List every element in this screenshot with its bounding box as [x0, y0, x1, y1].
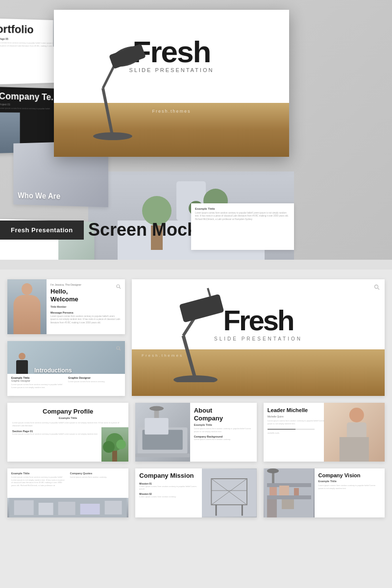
row-1-layout: I'm Jessica, The Designer Hello,Welcome …	[7, 279, 385, 396]
example-tittle-mini-slide[interactable]: Example Tittle Lorem ipsum comes form se…	[191, 203, 294, 250]
intro-col1-name: Graphic Designer	[11, 379, 64, 382]
et-text: Lorem ipsum comes form section contrary …	[11, 476, 66, 487]
about-text: Lorem ipsum comes form section contrary …	[194, 427, 253, 433]
intro-col1-text: Lorem ipsum comes form section contrary …	[11, 383, 64, 389]
vision-subtitle: Example Tittle	[318, 480, 381, 483]
main-fresh-slide[interactable]: Fresh Slide Presentation Fresh.themes	[54, 10, 289, 157]
slide-company-profile-bottom[interactable]: Company Profile Example Tittle Lorem ips…	[7, 403, 128, 462]
intro-col2: Graphic Designer Lorem ipsum comes form …	[68, 376, 121, 393]
svg-point-15	[117, 285, 120, 288]
vision-title: Company Vision	[318, 472, 381, 478]
row-2-layout: Company Profile Example Tittle Lorem ips…	[7, 403, 385, 462]
mission-img-side	[202, 468, 256, 517]
svg-line-0	[103, 88, 113, 137]
et-right: Company Quotes Lorem ipsum comes form se…	[70, 472, 125, 494]
leader-title: Leader Michelle	[268, 407, 326, 414]
fresh-main-search-icon[interactable]	[374, 283, 380, 292]
company-profile-title: Company Profile	[12, 408, 123, 415]
slide-about-company[interactable]: AboutCompany Example Tittle Lorem ipsum …	[135, 403, 256, 462]
hello-message-label: Message Persona	[50, 311, 121, 314]
about-company-bg-text: Lorem ipsum comes form section contrary.	[194, 438, 253, 441]
about-content: AboutCompany Example Tittle Lorem ipsum …	[190, 403, 257, 462]
svg-point-17	[117, 346, 120, 349]
about-title: AboutCompany	[194, 407, 253, 422]
mission-item2-text: Lorem ipsum comes form section contrary.	[139, 495, 198, 498]
et-sub-text: Lorem ipsum comes form section contrary.	[70, 476, 125, 479]
company-profile-content: Company Profile Example Tittle Lorem ips…	[7, 403, 128, 462]
svg-rect-58	[267, 499, 277, 517]
fresh-main-logo: Fresh Slide Presentation	[132, 279, 385, 342]
leader-person-bg	[324, 403, 385, 462]
et-left: Example Tittle Lorem ipsum comes form se…	[11, 472, 66, 494]
svg-line-20	[378, 288, 379, 290]
intro-label: Introductions	[34, 367, 72, 374]
mission-title: Company Mission	[139, 472, 198, 479]
svg-rect-32	[135, 454, 190, 458]
svg-point-28	[103, 441, 115, 453]
slide-hello-welcome[interactable]: I'm Jessica, The Designer Hello,Welcome …	[7, 279, 125, 334]
company-quotes-label: Company Quotes	[70, 472, 125, 475]
example-tittle-mini-label: Example Tittle	[195, 207, 290, 210]
svg-rect-41	[39, 503, 53, 515]
svg-rect-44	[105, 501, 122, 514]
intro-person	[15, 353, 29, 375]
company-profile-subtitle: Example Tittle	[12, 416, 123, 419]
svg-rect-57	[294, 488, 299, 495]
svg-rect-40	[14, 500, 34, 515]
mission-content: Company Mission Mission 01 Lorem ipsum c…	[135, 468, 202, 517]
vision-img-side	[264, 468, 315, 517]
svg-rect-59	[282, 499, 294, 509]
fresh-presentation-button[interactable]: Fresh Presentation	[0, 220, 84, 240]
slide-company-mission[interactable]: Company Mission Mission 01 Lorem ipsum c…	[135, 468, 256, 517]
svg-line-21	[183, 336, 196, 380]
svg-rect-42	[58, 502, 75, 515]
vision-text: Lorem ipsum comes form section contrary …	[318, 484, 381, 490]
left-col-slides: I'm Jessica, The Designer Hello,Welcome …	[7, 279, 125, 396]
svg-line-16	[120, 288, 121, 289]
hello-search-icon[interactable]	[116, 282, 121, 291]
svg-rect-54	[267, 495, 311, 499]
who-we-are-title: Who We Are	[18, 192, 60, 201]
hello-title: Hello,Welcome	[50, 288, 121, 303]
fresh-main-sub: Slide Presentation	[132, 336, 385, 342]
intro-content-bar: Example Tittle Graphic Designer Lorem ip…	[7, 374, 125, 396]
vision-content: Company Vision Example Tittle Lorem ipsu…	[315, 468, 385, 517]
svg-point-24	[173, 375, 218, 382]
svg-rect-55	[270, 487, 277, 495]
hello-name-label: I'm Jessica, The Designer	[50, 283, 121, 286]
fresh-main-text: Fresh	[132, 306, 385, 335]
hello-subtitle: Tittle Member	[50, 305, 121, 308]
slide-fresh-main[interactable]: Fresh Slide Presentation Fresh.themes	[132, 279, 385, 396]
slide-company-vision[interactable]: Company Vision Example Tittle Lorem ipsu…	[264, 468, 385, 517]
intro-col2-title: Graphic Designer	[68, 376, 121, 379]
main-content-area: I'm Jessica, The Designer Hello,Welcome …	[0, 270, 392, 534]
about-subtitle: Example Tittle	[194, 423, 253, 426]
about-img-side	[135, 403, 190, 462]
slide-leader-michelle[interactable]: Leader Michelle Michelle Quinn Lorem ips…	[264, 403, 385, 462]
leader-text: Lorem ipsum comes form section contrary …	[268, 419, 326, 425]
svg-point-61	[267, 468, 279, 473]
svg-point-4	[93, 132, 132, 140]
intro-search-icon[interactable]	[116, 344, 121, 353]
svg-rect-43	[80, 504, 100, 514]
et-label: Example Tittle	[11, 472, 66, 475]
slide-introductions[interactable]: Introductions Example Tittle Graphic Des…	[7, 341, 125, 396]
leader-progress-bg	[268, 429, 315, 430]
svg-point-35	[149, 406, 164, 411]
et-bottom-img	[7, 498, 128, 517]
svg-rect-45	[202, 469, 256, 517]
leader-role: michelle.tools	[268, 432, 326, 434]
hello-content: I'm Jessica, The Designer Hello,Welcome …	[47, 279, 125, 334]
svg-rect-56	[279, 486, 289, 495]
section-divider	[0, 260, 392, 270]
intro-col1: Example Tittle Graphic Designer Lorem ip…	[11, 376, 64, 393]
svg-rect-33	[145, 418, 169, 435]
leader-progress-fill	[268, 429, 296, 430]
slide-example-title[interactable]: Example Tittle Lorem ipsum comes form se…	[7, 468, 128, 517]
leader-content: Leader Michelle Michelle Quinn Lorem ips…	[264, 403, 330, 462]
hello-desc: Lorem ipsum comes form section contrary …	[50, 315, 121, 324]
svg-point-19	[375, 285, 378, 289]
example-tittle-mini-desc: Lorem ipsum comes form section contrary …	[195, 212, 290, 221]
company-profile-text: Lorem ipsum comes form section contrary …	[12, 421, 123, 427]
svg-line-18	[120, 349, 121, 351]
